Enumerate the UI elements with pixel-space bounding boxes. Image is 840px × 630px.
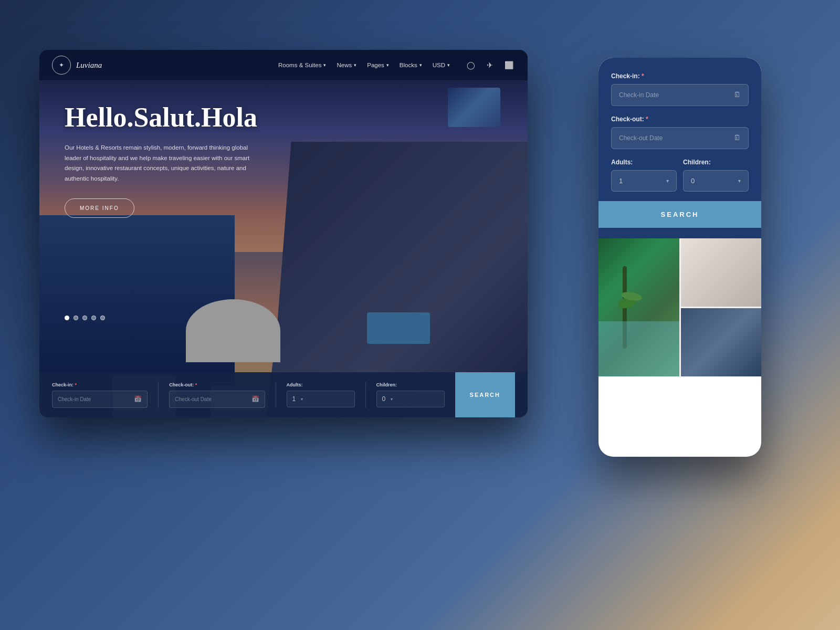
mobile-guests-row: Adults: 1 ▾ Children: 0 ▾ bbox=[611, 159, 749, 192]
instagram-icon[interactable]: ◯ bbox=[465, 59, 477, 71]
chevron-down-icon-adults: ▾ bbox=[301, 397, 303, 402]
desktop-adults-select[interactable]: 1 ▾ bbox=[287, 391, 355, 407]
nav-rooms-suites[interactable]: Rooms & Suites ▾ bbox=[278, 62, 326, 68]
desktop-mockup: ✦ Luviana Rooms & Suites ▾ News ▾ Pages … bbox=[39, 50, 528, 417]
desktop-checkin-required: * bbox=[75, 382, 77, 387]
mobile-calendar-icon-1: 🗓 bbox=[733, 91, 741, 99]
hero-title: Hello.Salut.Hola bbox=[65, 102, 370, 132]
navbar: ✦ Luviana Rooms & Suites ▾ News ▾ Pages … bbox=[39, 50, 528, 80]
chevron-down-icon: ▾ bbox=[386, 62, 389, 68]
desktop-checkin-group: Check-in: * Check-in Date 📅 bbox=[52, 382, 148, 408]
chevron-down-icon: ▾ bbox=[354, 62, 356, 68]
nav-usd[interactable]: USD ▾ bbox=[433, 62, 450, 68]
desktop-search-bar: Check-in: * Check-in Date 📅 Check-out: *… bbox=[39, 372, 528, 417]
gallery-grid bbox=[598, 238, 761, 376]
nav-links: Rooms & Suites ▾ News ▾ Pages ▾ Blocks ▾… bbox=[278, 62, 450, 68]
brand-name: Luviana bbox=[76, 61, 102, 70]
scene: ✦ Luviana Rooms & Suites ▾ News ▾ Pages … bbox=[0, 0, 840, 630]
desktop-children-label: Children: bbox=[376, 382, 445, 387]
mobile-checkin-required: * bbox=[642, 72, 644, 80]
carousel-dot-3[interactable] bbox=[82, 316, 87, 320]
chevron-down-icon-children: ▾ bbox=[391, 397, 393, 402]
carousel-dots bbox=[65, 316, 105, 320]
tripadvisor-icon[interactable]: ✈ bbox=[484, 59, 496, 71]
foursquare-icon[interactable]: ⬜ bbox=[502, 59, 515, 71]
carousel-dot-2[interactable] bbox=[74, 316, 78, 320]
chevron-down-icon: ▾ bbox=[419, 62, 422, 68]
gallery-image-2 bbox=[681, 238, 762, 307]
nav-social-icons: ◯ ✈ ⬜ bbox=[465, 59, 515, 71]
desktop-checkout-label: Check-out: * bbox=[169, 382, 265, 387]
hero-thumb-image bbox=[448, 88, 500, 127]
carousel-dot-1[interactable] bbox=[65, 316, 69, 320]
mobile-gallery bbox=[598, 238, 761, 376]
mobile-booking-form: Check-in: * Check-in Date 🗓 Check-out: *… bbox=[598, 58, 761, 238]
gallery-image-3 bbox=[681, 308, 762, 376]
nav-news[interactable]: News ▾ bbox=[337, 62, 356, 68]
mobile-children-group: Children: 0 ▾ bbox=[683, 159, 749, 192]
desktop-checkin-label: Check-in: * bbox=[52, 382, 148, 387]
desktop-adults-label: Adults: bbox=[287, 382, 355, 387]
hero-subtitle: Our Hotels & Resorts remain stylish, mod… bbox=[65, 143, 254, 184]
desktop-children-group: Children: 0 ▾ bbox=[376, 382, 445, 407]
calendar-icon: 📅 bbox=[134, 395, 142, 403]
logo-icon: ✦ bbox=[52, 56, 71, 75]
mobile-checkin-label: Check-in: * bbox=[611, 72, 749, 80]
mobile-adults-label: Adults: bbox=[611, 159, 677, 166]
mobile-checkout-label: Check-out: * bbox=[611, 116, 749, 123]
carousel-dot-4[interactable] bbox=[91, 316, 96, 320]
mobile-mockup: Check-in: * Check-in Date 🗓 Check-out: *… bbox=[598, 58, 761, 457]
logo-area: ✦ Luviana bbox=[52, 56, 102, 75]
desktop-checkout-group: Check-out: * Check-out Date 📅 bbox=[169, 382, 265, 408]
mobile-checkin-input[interactable]: Check-in Date 🗓 bbox=[611, 84, 749, 106]
mobile-adults-select[interactable]: 1 ▾ bbox=[611, 170, 677, 192]
mobile-checkin-group: Check-in: * Check-in Date 🗓 bbox=[611, 72, 749, 106]
mobile-adults-group: Adults: 1 ▾ bbox=[611, 159, 677, 192]
mobile-calendar-icon-2: 🗓 bbox=[733, 134, 741, 142]
search-divider-2 bbox=[276, 382, 276, 408]
chevron-down-icon: ▾ bbox=[447, 62, 450, 68]
desktop-checkout-required: * bbox=[195, 382, 197, 387]
chevron-down-icon: ▾ bbox=[323, 62, 326, 68]
nav-pages[interactable]: Pages ▾ bbox=[367, 62, 389, 68]
desktop-checkin-input[interactable]: Check-in Date 📅 bbox=[52, 391, 148, 408]
carousel-dot-5[interactable] bbox=[100, 316, 105, 320]
gallery-image-1 bbox=[598, 238, 679, 376]
desktop-search-button[interactable]: SEARCH bbox=[455, 372, 515, 417]
mobile-checkout-input[interactable]: Check-out Date 🗓 bbox=[611, 127, 749, 149]
hero-thumbnail bbox=[448, 88, 500, 127]
mobile-search-button[interactable]: SEARCH bbox=[598, 201, 761, 228]
hero-content: Hello.Salut.Hola Our Hotels & Resorts re… bbox=[65, 102, 370, 218]
mobile-checkout-group: Check-out: * Check-out Date 🗓 bbox=[611, 116, 749, 149]
search-divider-1 bbox=[158, 382, 159, 408]
desktop-children-select[interactable]: 0 ▾ bbox=[376, 391, 445, 407]
desktop-adults-group: Adults: 1 ▾ bbox=[287, 382, 355, 407]
search-divider-3 bbox=[365, 382, 366, 408]
chevron-down-icon-mobile-children: ▾ bbox=[738, 178, 741, 184]
mobile-children-label: Children: bbox=[683, 159, 749, 166]
more-info-button[interactable]: MORE INFO bbox=[65, 198, 134, 218]
calendar-icon-2: 📅 bbox=[251, 395, 259, 403]
mobile-checkout-required: * bbox=[646, 116, 648, 123]
desktop-checkout-input[interactable]: Check-out Date 📅 bbox=[169, 391, 265, 408]
mobile-children-select[interactable]: 0 ▾ bbox=[683, 170, 749, 192]
chevron-down-icon-mobile-adults: ▾ bbox=[666, 178, 669, 184]
nav-blocks[interactable]: Blocks ▾ bbox=[400, 62, 422, 68]
